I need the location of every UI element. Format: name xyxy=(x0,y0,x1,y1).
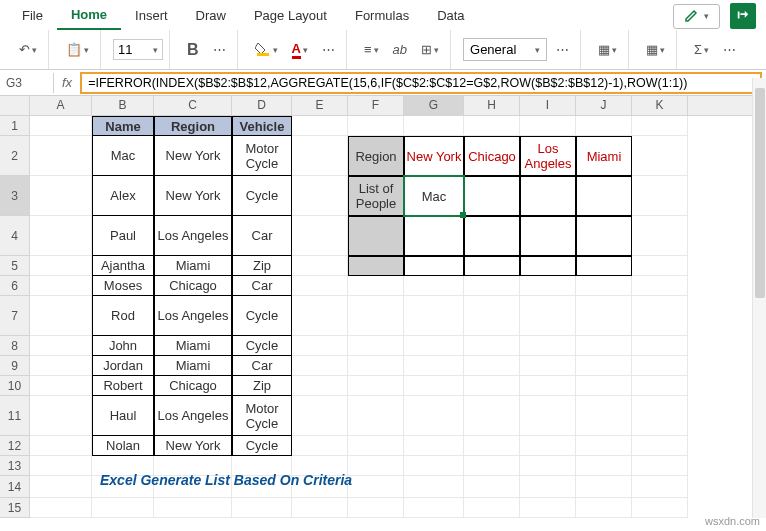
cell-H[interactable] xyxy=(464,396,520,436)
table2-region[interactable]: Miami xyxy=(576,136,632,176)
cell-J[interactable] xyxy=(576,176,632,216)
table1-cell[interactable]: Car xyxy=(232,216,292,256)
table1-cell[interactable]: Chicago xyxy=(154,376,232,396)
table1-cell[interactable]: Nolan xyxy=(92,436,154,456)
row-header-2[interactable]: 2 xyxy=(0,136,30,176)
col-header-B[interactable]: B xyxy=(92,96,154,115)
cell-H[interactable] xyxy=(464,276,520,296)
table2-region[interactable]: New York xyxy=(404,136,464,176)
cell-F[interactable] xyxy=(348,296,404,336)
cell-I[interactable] xyxy=(520,396,576,436)
table2-region[interactable]: Los Angeles xyxy=(520,136,576,176)
table1-cell[interactable]: Ajantha xyxy=(92,256,154,276)
cell-E[interactable] xyxy=(292,256,348,276)
cell-H[interactable] xyxy=(464,256,520,276)
table1-cell[interactable]: Miami xyxy=(154,256,232,276)
row-header-5[interactable]: 5 xyxy=(0,256,30,276)
col-header-A[interactable]: A xyxy=(30,96,92,115)
cell-F[interactable] xyxy=(348,456,404,476)
row-header-8[interactable]: 8 xyxy=(0,336,30,356)
cell-G[interactable] xyxy=(404,116,464,136)
cell-K[interactable] xyxy=(632,456,688,476)
table1-cell[interactable]: Rod xyxy=(92,296,154,336)
cell-I[interactable] xyxy=(520,476,576,498)
cell-F[interactable] xyxy=(348,396,404,436)
cell-A[interactable] xyxy=(30,356,92,376)
cell-E[interactable] xyxy=(292,498,348,518)
table1-header[interactable]: Vehicle xyxy=(232,116,292,136)
tab-formulas[interactable]: Formulas xyxy=(341,2,423,29)
cell-I[interactable] xyxy=(520,296,576,336)
cell-J[interactable] xyxy=(576,256,632,276)
cell-A[interactable] xyxy=(30,376,92,396)
table1-cell[interactable]: Motor Cycle xyxy=(232,396,292,436)
cell-H[interactable] xyxy=(464,498,520,518)
cell-K[interactable] xyxy=(632,136,688,176)
paste-button[interactable]: 📋▾ xyxy=(61,38,94,61)
scroll-thumb[interactable] xyxy=(755,88,765,298)
table1-cell[interactable]: Los Angeles xyxy=(154,396,232,436)
row-header-1[interactable]: 1 xyxy=(0,116,30,136)
more-editing-button[interactable]: ⋯ xyxy=(718,38,741,61)
table1-cell[interactable]: Mac xyxy=(92,136,154,176)
name-box[interactable]: G3 xyxy=(0,73,54,93)
cell-K[interactable] xyxy=(632,336,688,356)
tab-insert[interactable]: Insert xyxy=(121,2,182,29)
cell-K[interactable] xyxy=(632,356,688,376)
cell-G[interactable] xyxy=(404,376,464,396)
cell-J[interactable] xyxy=(576,336,632,356)
cell-G[interactable] xyxy=(404,356,464,376)
fill-color-button[interactable]: ▾ xyxy=(250,36,283,63)
cell-E[interactable] xyxy=(292,296,348,336)
cell-I[interactable] xyxy=(520,456,576,476)
col-header-E[interactable]: E xyxy=(292,96,348,115)
cell-I[interactable] xyxy=(520,336,576,356)
merge-button[interactable]: ⊞▾ xyxy=(416,38,444,61)
cell-K[interactable] xyxy=(632,276,688,296)
table1-cell[interactable]: Los Angeles xyxy=(154,216,232,256)
cell-J[interactable] xyxy=(576,216,632,256)
cell-A[interactable] xyxy=(30,136,92,176)
cell-I[interactable] xyxy=(520,256,576,276)
cell-K[interactable] xyxy=(632,436,688,456)
select-all-corner[interactable] xyxy=(0,96,30,115)
undo-button[interactable]: ↶▾ xyxy=(14,38,42,61)
table1-cell[interactable]: Cycle xyxy=(232,336,292,356)
cell-C[interactable] xyxy=(154,498,232,518)
cell-G[interactable] xyxy=(404,336,464,356)
table1-cell[interactable]: Zip xyxy=(232,376,292,396)
vertical-scrollbar[interactable] xyxy=(752,78,766,518)
cell-F[interactable] xyxy=(348,476,404,498)
row-header-3[interactable]: 3 xyxy=(0,176,30,216)
cell-E[interactable] xyxy=(292,276,348,296)
cell-B[interactable] xyxy=(92,498,154,518)
tab-data[interactable]: Data xyxy=(423,2,478,29)
cell-K[interactable] xyxy=(632,296,688,336)
table1-cell[interactable]: Cycle xyxy=(232,176,292,216)
table1-header[interactable]: Name xyxy=(92,116,154,136)
row-header-9[interactable]: 9 xyxy=(0,356,30,376)
col-header-G[interactable]: G xyxy=(404,96,464,115)
selected-cell[interactable]: Mac xyxy=(404,176,464,216)
conditional-format-button[interactable]: ▦▾ xyxy=(593,38,622,61)
cell-K[interactable] xyxy=(632,476,688,498)
cell-F[interactable] xyxy=(348,336,404,356)
row-header-15[interactable]: 15 xyxy=(0,498,30,518)
cell-I[interactable] xyxy=(520,436,576,456)
insert-cells-button[interactable]: ▦▾ xyxy=(641,38,670,61)
table1-cell[interactable]: Cycle xyxy=(232,296,292,336)
cell-E[interactable] xyxy=(292,356,348,376)
cell-J[interactable] xyxy=(576,436,632,456)
table1-cell[interactable]: Zip xyxy=(232,256,292,276)
row-header-7[interactable]: 7 xyxy=(0,296,30,336)
table1-cell[interactable]: Los Angeles xyxy=(154,296,232,336)
cell-J[interactable] xyxy=(576,456,632,476)
table1-cell[interactable]: New York xyxy=(154,436,232,456)
cell-K[interactable] xyxy=(632,116,688,136)
cell-H[interactable] xyxy=(464,436,520,456)
cell-J[interactable] xyxy=(576,276,632,296)
table1-cell[interactable]: New York xyxy=(154,176,232,216)
cell-A[interactable] xyxy=(30,256,92,276)
more-number-button[interactable]: ⋯ xyxy=(551,38,574,61)
cell-I[interactable] xyxy=(520,176,576,216)
